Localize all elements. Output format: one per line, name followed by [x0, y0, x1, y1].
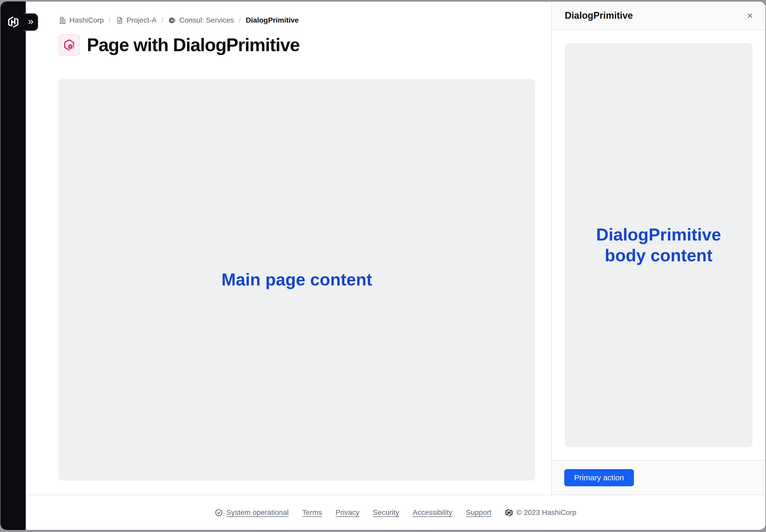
breadcrumb-separator: / — [161, 16, 163, 24]
footer-link-privacy[interactable]: Privacy — [335, 508, 359, 517]
dialog-placeholder-text: DialogPrimitive body content — [596, 224, 721, 265]
footer-link-support[interactable]: Support — [466, 508, 491, 517]
footer-brand: © 2023 HashiCorp — [505, 508, 577, 517]
file-icon — [116, 16, 124, 24]
breadcrumb-separator: / — [109, 16, 111, 24]
hashicorp-logo-icon — [505, 509, 513, 517]
dialog-placeholder-box: DialogPrimitive body content — [565, 43, 752, 447]
hashicorp-logo-icon — [7, 16, 19, 28]
breadcrumb-item-project-a[interactable]: Project-A — [116, 16, 156, 24]
page-title: Page with DialogPrimitive — [87, 35, 300, 55]
breadcrumb-item-consul-services[interactable]: Consul: Services — [168, 16, 234, 24]
org-icon — [58, 16, 67, 24]
breadcrumb-separator: / — [239, 16, 241, 24]
breadcrumb-item-current: DialogPrimitive — [246, 16, 299, 24]
breadcrumb-label: DialogPrimitive — [246, 16, 299, 24]
primary-action-button[interactable]: Primary action — [564, 469, 634, 486]
main-wrap: HashiCorp / Project-A / — [26, 2, 765, 530]
main-placeholder-box: Main page content — [58, 79, 535, 481]
dialog-panel: DialogPrimitive DialogPrimitive body con… — [551, 2, 765, 495]
main-content: HashiCorp / Project-A / — [26, 2, 551, 495]
page-header: Page with DialogPrimitive — [58, 34, 535, 56]
dialog-body: DialogPrimitive body content — [552, 30, 765, 460]
breadcrumb-label: HashiCorp — [69, 16, 104, 24]
consul-icon — [168, 16, 176, 24]
breadcrumb: HashiCorp / Project-A / — [58, 16, 535, 24]
app-footer: System operational Terms Privacy Securit… — [26, 495, 765, 530]
footer-link-terms[interactable]: Terms — [302, 508, 322, 517]
system-status-label: System operational — [226, 508, 289, 517]
copyright-text: © 2023 HashiCorp — [516, 508, 577, 517]
dialog-footer: Primary action — [552, 460, 765, 495]
footer-link-security[interactable]: Security — [373, 508, 399, 517]
breadcrumb-label: Consul: Services — [179, 16, 234, 24]
breadcrumb-label: Project-A — [127, 16, 156, 24]
sidebar: » — [1, 2, 26, 530]
dialog-close-button[interactable] — [744, 9, 756, 22]
app-window: » HashiCorp / — [0, 1, 766, 530]
dialog-header: DialogPrimitive — [552, 2, 765, 30]
dialog-title: DialogPrimitive — [565, 10, 633, 21]
content-row: HashiCorp / Project-A / — [26, 2, 765, 495]
sidebar-expand-button[interactable]: » — [24, 13, 38, 31]
main-placeholder-text: Main page content — [222, 269, 372, 290]
check-circle-icon — [215, 509, 223, 517]
hexagon-gear-icon — [58, 34, 80, 56]
footer-link-accessibility[interactable]: Accessibility — [413, 508, 452, 517]
close-icon — [747, 12, 754, 19]
breadcrumb-item-hashicorp[interactable]: HashiCorp — [58, 16, 104, 24]
system-status-link[interactable]: System operational — [215, 508, 289, 517]
double-chevron-right-icon: » — [28, 16, 33, 28]
